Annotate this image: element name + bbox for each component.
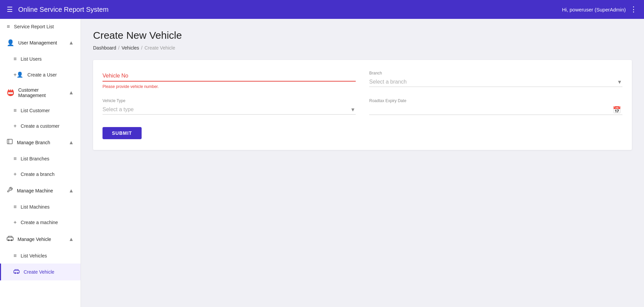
branch-select-wrapper: Select a branch ▾ bbox=[369, 77, 622, 87]
sidebar-label: List Users bbox=[21, 56, 41, 62]
vehicle-no-field: Vehicle No Please provide vehicle number… bbox=[103, 71, 356, 89]
list-icon: ≡ bbox=[13, 204, 17, 210]
sidebar-item-create-branch[interactable]: + Create a branch bbox=[0, 166, 81, 182]
sidebar-section-customer-management[interactable]: 📛 Customer Management ▲ bbox=[0, 83, 81, 103]
main-content: Create New Vehicle Dashboard / Vehicles … bbox=[81, 19, 644, 307]
list-icon: ≡ bbox=[13, 56, 17, 62]
sidebar-label: Create a User bbox=[27, 72, 57, 78]
menu-icon[interactable]: ☰ bbox=[7, 5, 13, 13]
list-icon: ≡ bbox=[13, 253, 17, 259]
topbar-left: ☰ Online Service Report System bbox=[7, 5, 109, 13]
sidebar-item-list-machines[interactable]: ≡ List Machines bbox=[0, 199, 81, 215]
create-customer-icon: + bbox=[13, 123, 17, 129]
svg-rect-5 bbox=[14, 271, 20, 273]
breadcrumb-sep-1: / bbox=[118, 45, 120, 51]
vehicle-section-icon bbox=[7, 235, 13, 243]
expand-icon: ▲ bbox=[68, 140, 74, 146]
breadcrumb: Dashboard / Vehicles / Create Vehicle bbox=[93, 45, 632, 51]
branch-field: Branch Select a branch ▾ bbox=[369, 71, 622, 89]
app-title: Online Service Report System bbox=[18, 6, 109, 13]
create-user-icon: +👤 bbox=[13, 71, 23, 78]
sidebar-section-manage-vehicle[interactable]: Manage Vehicle ▲ bbox=[0, 230, 81, 248]
more-options-icon[interactable]: ⋮ bbox=[630, 5, 637, 14]
sidebar-label: List Customer bbox=[21, 108, 50, 113]
submit-button[interactable]: SUBMIT bbox=[103, 127, 142, 139]
roadtax-field: Roadtax Expiry Date 📅 bbox=[369, 98, 622, 115]
sidebar-label: Create a branch bbox=[21, 172, 54, 177]
user-greeting: Hi, poweruser (SuperAdmin) bbox=[562, 7, 626, 12]
sidebar-section-label: Customer Management bbox=[18, 87, 64, 98]
sidebar-item-create-machine[interactable]: + Create a machine bbox=[0, 215, 81, 230]
sidebar-label: Create a customer bbox=[21, 123, 59, 129]
list-icon: ≡ bbox=[7, 24, 10, 30]
form-actions: SUBMIT bbox=[103, 124, 622, 139]
sidebar-section-label: Manage Branch bbox=[17, 140, 50, 145]
expand-icon: ▲ bbox=[68, 188, 74, 194]
breadcrumb-sep-2: / bbox=[141, 45, 143, 51]
branch-select[interactable]: Select a branch bbox=[369, 77, 622, 87]
topbar: ☰ Online Service Report System Hi, power… bbox=[0, 0, 644, 19]
vehicle-icon bbox=[13, 268, 20, 276]
sidebar-item-create-vehicle[interactable]: Create Vehicle bbox=[0, 264, 81, 280]
sidebar: ≡ Service Report List 👤 User Management … bbox=[0, 19, 81, 307]
sidebar-item-service-report-list[interactable]: ≡ Service Report List bbox=[0, 19, 81, 34]
machine-icon bbox=[7, 187, 13, 194]
breadcrumb-dashboard[interactable]: Dashboard bbox=[93, 45, 116, 51]
vehicle-no-error: Please provide vehicle number. bbox=[103, 84, 356, 89]
layout: ≡ Service Report List 👤 User Management … bbox=[0, 19, 644, 307]
sidebar-item-list-vehicles[interactable]: ≡ List Vehicles bbox=[0, 248, 81, 264]
sidebar-label: Create a machine bbox=[21, 220, 58, 225]
sidebar-item-list-users[interactable]: ≡ List Users bbox=[0, 51, 81, 67]
list-icon: ≡ bbox=[13, 156, 17, 162]
topbar-right: Hi, poweruser (SuperAdmin) ⋮ bbox=[562, 5, 637, 14]
create-branch-icon: + bbox=[13, 171, 17, 177]
vehicle-type-select-wrapper: Select a type Car Motorcycle Truck Van B… bbox=[103, 104, 356, 115]
page-title: Create New Vehicle bbox=[93, 30, 632, 41]
branch-label: Branch bbox=[369, 71, 622, 75]
vehicle-no-input[interactable] bbox=[103, 71, 356, 82]
user-management-icon: 👤 bbox=[7, 39, 14, 47]
sidebar-section-manage-machine[interactable]: Manage Machine ▲ bbox=[0, 182, 81, 199]
svg-rect-2 bbox=[7, 238, 13, 240]
sidebar-section-user-management[interactable]: 👤 User Management ▲ bbox=[0, 34, 81, 51]
svg-rect-0 bbox=[7, 139, 12, 144]
sidebar-label: List Vehicles bbox=[21, 253, 47, 258]
expand-icon: ▲ bbox=[68, 90, 74, 96]
roadtax-date-wrapper: 📅 bbox=[369, 104, 622, 115]
vehicle-type-label: Vehicle Type bbox=[103, 98, 356, 103]
roadtax-label: Roadtax Expiry Date bbox=[369, 98, 622, 103]
sidebar-label: List Branches bbox=[21, 156, 49, 161]
expand-icon: ▲ bbox=[68, 236, 74, 242]
form-row-2: Vehicle Type Select a type Car Motorcycl… bbox=[103, 98, 622, 115]
list-icon: ≡ bbox=[13, 108, 17, 114]
form-row-1: Vehicle No Please provide vehicle number… bbox=[103, 71, 622, 89]
vehicle-type-select[interactable]: Select a type Car Motorcycle Truck Van B… bbox=[103, 104, 356, 115]
calendar-icon[interactable]: 📅 bbox=[613, 106, 621, 114]
sidebar-section-label: Manage Vehicle bbox=[18, 237, 51, 242]
sidebar-section-manage-branch[interactable]: Manage Branch ▲ bbox=[0, 134, 81, 151]
sidebar-item-list-branches[interactable]: ≡ List Branches bbox=[0, 151, 81, 166]
vehicle-type-field: Vehicle Type Select a type Car Motorcycl… bbox=[103, 98, 356, 115]
sidebar-item-create-user[interactable]: +👤 Create a User bbox=[0, 67, 81, 83]
sidebar-section-label: Manage Machine bbox=[17, 188, 53, 193]
sidebar-item-create-customer[interactable]: + Create a customer bbox=[0, 118, 81, 134]
sidebar-section-label: User Management bbox=[18, 40, 57, 45]
sidebar-label: Service Report List bbox=[14, 24, 54, 29]
branch-icon bbox=[7, 139, 13, 146]
sidebar-item-list-customer[interactable]: ≡ List Customer bbox=[0, 103, 81, 118]
customer-management-icon: 📛 bbox=[7, 89, 14, 96]
sidebar-label: List Machines bbox=[21, 204, 50, 210]
sidebar-label: Create Vehicle bbox=[24, 269, 54, 275]
roadtax-date-input[interactable] bbox=[369, 104, 622, 115]
expand-icon: ▲ bbox=[68, 40, 74, 46]
create-vehicle-form-card: Vehicle No Please provide vehicle number… bbox=[93, 60, 632, 150]
breadcrumb-current: Create Vehicle bbox=[144, 45, 175, 51]
create-machine-icon: + bbox=[13, 219, 17, 225]
breadcrumb-vehicles[interactable]: Vehicles bbox=[121, 45, 139, 51]
